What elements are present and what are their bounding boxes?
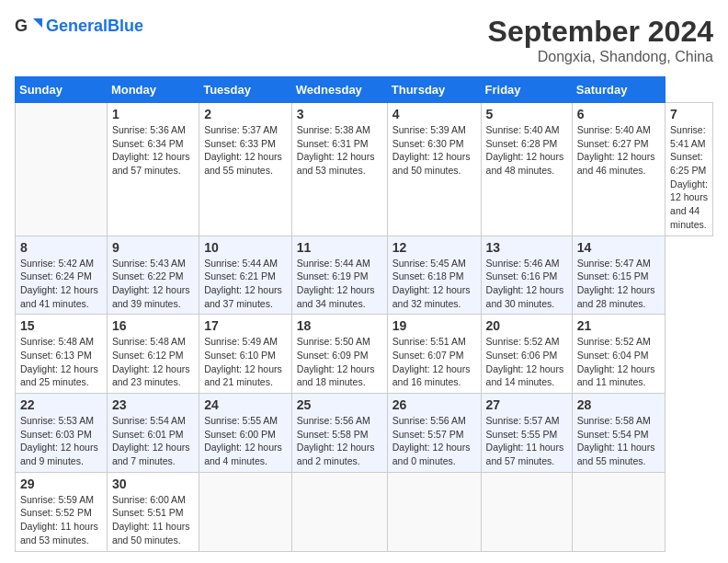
calendar-cell: 5Sunrise: 5:40 AM Sunset: 6:28 PM Daylig… bbox=[481, 103, 572, 236]
day-info: Sunrise: 5:45 AM Sunset: 6:18 PM Dayligh… bbox=[392, 257, 476, 311]
day-info: Sunrise: 5:44 AM Sunset: 6:21 PM Dayligh… bbox=[204, 257, 287, 311]
calendar-cell: 16Sunrise: 5:48 AM Sunset: 6:12 PM Dayli… bbox=[107, 315, 199, 394]
logo-text: GeneralBlue bbox=[46, 17, 143, 36]
calendar-cell: 18Sunrise: 5:50 AM Sunset: 6:09 PM Dayli… bbox=[291, 315, 387, 394]
day-number: 20 bbox=[486, 318, 567, 333]
calendar-cell bbox=[199, 472, 292, 551]
day-number: 28 bbox=[577, 397, 660, 412]
day-number: 21 bbox=[577, 318, 660, 333]
calendar-header-row: SundayMondayTuesdayWednesdayThursdayFrid… bbox=[16, 77, 713, 103]
day-info: Sunrise: 5:39 AM Sunset: 6:30 PM Dayligh… bbox=[392, 123, 476, 178]
day-number: 15 bbox=[20, 318, 102, 333]
day-info: Sunrise: 5:56 AM Sunset: 5:58 PM Dayligh… bbox=[297, 414, 382, 468]
calendar-cell: 19Sunrise: 5:51 AM Sunset: 6:07 PM Dayli… bbox=[387, 315, 481, 394]
calendar-cell: 29Sunrise: 5:59 AM Sunset: 5:52 PM Dayli… bbox=[16, 472, 108, 551]
calendar-week-row: 8Sunrise: 5:42 AM Sunset: 6:24 PM Daylig… bbox=[16, 236, 713, 315]
day-number: 17 bbox=[204, 318, 287, 333]
page-header: G GeneralBlue September 2024 Dongxia, Sh… bbox=[15, 15, 713, 65]
day-info: Sunrise: 5:52 AM Sunset: 6:04 PM Dayligh… bbox=[577, 335, 660, 389]
day-number: 26 bbox=[392, 397, 476, 412]
day-info: Sunrise: 5:48 AM Sunset: 6:12 PM Dayligh… bbox=[112, 335, 194, 389]
day-number: 19 bbox=[392, 318, 476, 333]
calendar-cell: 1Sunrise: 5:36 AM Sunset: 6:34 PM Daylig… bbox=[107, 103, 199, 236]
day-number: 18 bbox=[297, 318, 382, 333]
calendar-cell: 24Sunrise: 5:55 AM Sunset: 6:00 PM Dayli… bbox=[199, 394, 292, 473]
calendar-cell: 21Sunrise: 5:52 AM Sunset: 6:04 PM Dayli… bbox=[572, 315, 665, 394]
calendar-cell: 11Sunrise: 5:44 AM Sunset: 6:19 PM Dayli… bbox=[291, 236, 387, 315]
calendar-cell: 22Sunrise: 5:53 AM Sunset: 6:03 PM Dayli… bbox=[16, 394, 108, 473]
day-number: 6 bbox=[577, 107, 660, 121]
calendar-cell: 12Sunrise: 5:45 AM Sunset: 6:18 PM Dayli… bbox=[387, 236, 481, 315]
calendar-cell: 13Sunrise: 5:46 AM Sunset: 6:16 PM Dayli… bbox=[481, 236, 572, 315]
calendar-cell: 28Sunrise: 5:58 AM Sunset: 5:54 PM Dayli… bbox=[572, 394, 665, 473]
calendar-cell: 30Sunrise: 6:00 AM Sunset: 5:51 PM Dayli… bbox=[107, 472, 199, 551]
day-number: 23 bbox=[112, 397, 194, 412]
svg-text:G: G bbox=[15, 17, 28, 35]
day-info: Sunrise: 5:41 AM Sunset: 6:25 PM Dayligh… bbox=[670, 123, 708, 232]
calendar-cell: 10Sunrise: 5:44 AM Sunset: 6:21 PM Dayli… bbox=[199, 236, 292, 315]
day-info: Sunrise: 5:57 AM Sunset: 5:55 PM Dayligh… bbox=[486, 414, 567, 468]
day-number: 10 bbox=[204, 240, 287, 255]
calendar-week-row: 22Sunrise: 5:53 AM Sunset: 6:03 PM Dayli… bbox=[16, 394, 713, 473]
day-info: Sunrise: 5:38 AM Sunset: 6:31 PM Dayligh… bbox=[297, 123, 382, 178]
day-info: Sunrise: 5:47 AM Sunset: 6:15 PM Dayligh… bbox=[577, 257, 660, 311]
calendar-cell: 25Sunrise: 5:56 AM Sunset: 5:58 PM Dayli… bbox=[291, 394, 387, 473]
logo-icon: G bbox=[15, 15, 42, 37]
day-info: Sunrise: 5:36 AM Sunset: 6:34 PM Dayligh… bbox=[112, 123, 194, 178]
day-number: 12 bbox=[392, 240, 476, 255]
day-number: 30 bbox=[112, 477, 194, 491]
day-info: Sunrise: 5:51 AM Sunset: 6:07 PM Dayligh… bbox=[392, 335, 476, 389]
day-number: 22 bbox=[20, 397, 102, 412]
calendar-cell bbox=[387, 472, 481, 551]
calendar-cell bbox=[572, 472, 665, 551]
day-info: Sunrise: 5:37 AM Sunset: 6:33 PM Dayligh… bbox=[204, 123, 287, 178]
day-info: Sunrise: 5:42 AM Sunset: 6:24 PM Dayligh… bbox=[20, 257, 102, 311]
calendar-cell: 14Sunrise: 5:47 AM Sunset: 6:15 PM Dayli… bbox=[572, 236, 665, 315]
day-info: Sunrise: 5:59 AM Sunset: 5:52 PM Dayligh… bbox=[20, 493, 102, 547]
day-number: 11 bbox=[297, 240, 382, 255]
calendar-cell: 6Sunrise: 5:40 AM Sunset: 6:27 PM Daylig… bbox=[572, 103, 665, 236]
day-info: Sunrise: 5:40 AM Sunset: 6:28 PM Dayligh… bbox=[486, 123, 567, 178]
calendar-cell: 9Sunrise: 5:43 AM Sunset: 6:22 PM Daylig… bbox=[107, 236, 199, 315]
calendar-cell bbox=[16, 103, 108, 236]
calendar-week-row: 15Sunrise: 5:48 AM Sunset: 6:13 PM Dayli… bbox=[16, 315, 713, 394]
day-number: 25 bbox=[297, 397, 382, 412]
day-info: Sunrise: 5:40 AM Sunset: 6:27 PM Dayligh… bbox=[577, 123, 660, 178]
day-info: Sunrise: 5:56 AM Sunset: 5:57 PM Dayligh… bbox=[392, 414, 476, 468]
day-number: 27 bbox=[486, 397, 567, 412]
calendar-cell bbox=[291, 472, 387, 551]
day-info: Sunrise: 5:43 AM Sunset: 6:22 PM Dayligh… bbox=[112, 257, 194, 311]
title-area: September 2024 Dongxia, Shandong, China bbox=[488, 15, 713, 65]
day-info: Sunrise: 5:58 AM Sunset: 5:54 PM Dayligh… bbox=[577, 414, 660, 468]
logo-blue: Blue bbox=[108, 17, 143, 35]
day-of-week-header: Saturday bbox=[572, 77, 665, 103]
day-of-week-header: Sunday bbox=[16, 77, 108, 103]
calendar-cell: 2Sunrise: 5:37 AM Sunset: 6:33 PM Daylig… bbox=[199, 103, 292, 236]
day-info: Sunrise: 6:00 AM Sunset: 5:51 PM Dayligh… bbox=[112, 493, 194, 547]
day-number: 1 bbox=[112, 107, 194, 121]
day-number: 3 bbox=[297, 107, 382, 121]
day-info: Sunrise: 5:52 AM Sunset: 6:06 PM Dayligh… bbox=[486, 335, 567, 389]
day-number: 13 bbox=[486, 240, 567, 255]
day-number: 24 bbox=[204, 397, 287, 412]
day-number: 4 bbox=[392, 107, 476, 121]
day-number: 16 bbox=[112, 318, 194, 333]
day-info: Sunrise: 5:49 AM Sunset: 6:10 PM Dayligh… bbox=[204, 335, 287, 389]
day-number: 9 bbox=[112, 240, 194, 255]
day-number: 14 bbox=[577, 240, 660, 255]
day-number: 29 bbox=[20, 477, 102, 491]
calendar-table: SundayMondayTuesdayWednesdayThursdayFrid… bbox=[15, 76, 713, 552]
calendar-cell: 8Sunrise: 5:42 AM Sunset: 6:24 PM Daylig… bbox=[16, 236, 108, 315]
calendar-week-row: 29Sunrise: 5:59 AM Sunset: 5:52 PM Dayli… bbox=[16, 472, 713, 551]
calendar-cell: 3Sunrise: 5:38 AM Sunset: 6:31 PM Daylig… bbox=[291, 103, 387, 236]
day-info: Sunrise: 5:50 AM Sunset: 6:09 PM Dayligh… bbox=[297, 335, 382, 389]
calendar-week-row: 1Sunrise: 5:36 AM Sunset: 6:34 PM Daylig… bbox=[16, 103, 713, 236]
day-number: 7 bbox=[670, 107, 708, 121]
calendar-cell: 4Sunrise: 5:39 AM Sunset: 6:30 PM Daylig… bbox=[387, 103, 481, 236]
logo: G GeneralBlue bbox=[15, 15, 143, 37]
location: Dongxia, Shandong, China bbox=[488, 49, 713, 65]
day-number: 5 bbox=[486, 107, 567, 121]
day-info: Sunrise: 5:48 AM Sunset: 6:13 PM Dayligh… bbox=[20, 335, 102, 389]
svg-marker-1 bbox=[33, 18, 42, 28]
day-of-week-header: Monday bbox=[107, 77, 199, 103]
